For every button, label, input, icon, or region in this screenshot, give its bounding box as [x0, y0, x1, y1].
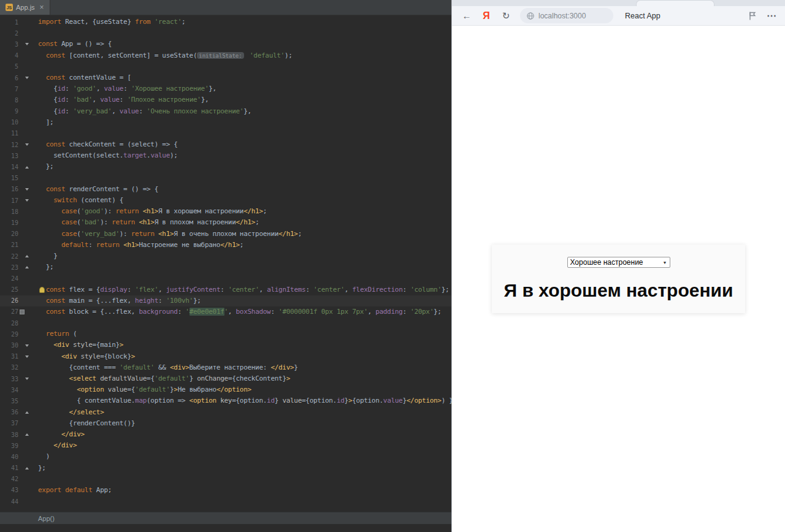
fold-marker-icon[interactable]: [18, 195, 36, 206]
code-area[interactable]: 1import React, {useState} from 'react';2…: [0, 15, 451, 512]
code-line[interactable]: 21 default: return <h1>Настроение не выб…: [0, 240, 451, 251]
breadcrumb[interactable]: App(): [0, 512, 451, 524]
code-line[interactable]: 12 const checkContent = (select) => {: [0, 139, 451, 150]
back-button[interactable]: ←: [461, 11, 473, 20]
gutter[interactable]: 24: [0, 273, 36, 284]
code-line[interactable]: 41};: [0, 463, 451, 474]
gutter[interactable]: 37: [0, 418, 36, 429]
line-number[interactable]: 42: [0, 476, 18, 482]
gutter[interactable]: 43: [0, 485, 36, 496]
gutter[interactable]: 34: [0, 384, 36, 395]
fold-marker-icon[interactable]: [18, 251, 36, 262]
gutter[interactable]: 7: [0, 83, 36, 94]
gutter[interactable]: 35: [0, 395, 36, 406]
line-number[interactable]: 8: [0, 97, 18, 104]
code-line[interactable]: 14 };: [0, 161, 451, 172]
code-text[interactable]: setContent(select.target.value);: [38, 150, 451, 161]
gutter[interactable]: 18: [0, 206, 36, 217]
code-text[interactable]: const App = () => {: [38, 39, 451, 50]
line-number[interactable]: 9: [0, 108, 18, 115]
code-text[interactable]: const flex = {display: 'flex', justifyCo…: [38, 284, 451, 295]
code-line[interactable]: 33 <select defaultValue={'default'} onCh…: [0, 373, 451, 384]
reload-button[interactable]: ↻: [500, 11, 512, 20]
code-text[interactable]: export default App;: [38, 485, 451, 496]
line-number[interactable]: 22: [0, 253, 18, 260]
code-line[interactable]: 28: [0, 317, 451, 329]
code-text[interactable]: {content === 'default' && <div>Выберите …: [38, 362, 451, 373]
code-text[interactable]: <select defaultValue={'default'} onChang…: [38, 373, 451, 384]
code-text[interactable]: {id: 'very_bad', value: 'Очень плохое на…: [38, 106, 451, 117]
code-text[interactable]: case('bad'): return <h1>Я в плохом настр…: [38, 217, 451, 228]
code-line[interactable]: 36 </select>: [0, 407, 451, 418]
code-text[interactable]: {renderContent()}: [38, 418, 451, 429]
line-number[interactable]: 7: [0, 86, 18, 93]
bookmark-flag-icon[interactable]: [748, 11, 757, 21]
gutter[interactable]: 25: [0, 284, 36, 295]
code-line[interactable]: 29 return (: [0, 329, 451, 340]
code-line[interactable]: 7 {id: 'good', value: 'Хорошее настроени…: [0, 83, 451, 94]
line-number[interactable]: 23: [0, 264, 18, 271]
code-line[interactable]: 19 case('bad'): return <h1>Я в плохом на…: [0, 217, 451, 228]
code-line[interactable]: 13 setContent(select.target.value);: [0, 150, 451, 161]
gutter[interactable]: 12: [0, 139, 36, 150]
code-line[interactable]: 26 const main = {...flex, height: '100vh…: [0, 295, 451, 306]
page-tab-title[interactable]: React App: [625, 12, 661, 20]
code-text[interactable]: { contentValue.map(option => <option key…: [38, 395, 451, 406]
code-text[interactable]: return (: [38, 329, 451, 340]
line-number[interactable]: 10: [0, 119, 18, 126]
code-text[interactable]: const contentValue = [: [38, 72, 451, 83]
fold-marker-icon[interactable]: [18, 262, 36, 273]
code-line[interactable]: 5: [0, 61, 451, 72]
gutter[interactable]: 36: [0, 407, 36, 418]
code-text[interactable]: <div style={main}>: [38, 340, 451, 351]
line-number[interactable]: 38: [0, 431, 18, 438]
code-text[interactable]: </div>: [38, 440, 451, 451]
code-line[interactable]: 18 case('good'): return <h1>Я в хорошем …: [0, 206, 451, 217]
code-line[interactable]: 44: [0, 496, 451, 507]
line-number[interactable]: 40: [0, 454, 18, 460]
code-line[interactable]: 1import React, {useState} from 'react';: [0, 17, 451, 28]
code-text[interactable]: ];: [38, 117, 451, 128]
line-number[interactable]: 11: [0, 130, 18, 137]
gutter[interactable]: 27: [0, 306, 36, 317]
gutter[interactable]: 8: [0, 94, 36, 105]
gutter[interactable]: 2: [0, 28, 36, 39]
code-line[interactable]: 30 <div style={main}>: [0, 340, 451, 351]
editor-tab-appjs[interactable]: JS App.js ×: [0, 0, 50, 15]
fold-marker-icon[interactable]: [18, 351, 36, 362]
line-number[interactable]: 2: [0, 30, 18, 37]
code-line[interactable]: 17 switch (content) {: [0, 195, 451, 206]
code-line[interactable]: 38 </div>: [0, 429, 451, 440]
code-text[interactable]: const [content, setContent] = useState(i…: [38, 50, 451, 61]
line-number[interactable]: 29: [0, 331, 18, 338]
code-line[interactable]: 24: [0, 273, 451, 284]
line-number[interactable]: 25: [0, 286, 18, 293]
code-line[interactable]: 2: [0, 28, 451, 39]
line-number[interactable]: 18: [0, 208, 18, 215]
code-line[interactable]: 16 const renderContent = () => {: [0, 184, 451, 195]
gutter[interactable]: 9: [0, 106, 36, 117]
intention-bulb-icon[interactable]: [39, 287, 45, 293]
code-text[interactable]: };: [38, 262, 451, 273]
line-number[interactable]: 37: [0, 420, 18, 427]
gutter[interactable]: 39: [0, 440, 36, 451]
line-number[interactable]: 21: [0, 241, 18, 248]
code-line[interactable]: 39 </div>: [0, 440, 451, 451]
fold-marker-icon[interactable]: [18, 429, 36, 440]
code-text[interactable]: case('very_bad'): return <h1>Я в очень п…: [38, 229, 451, 240]
gutter[interactable]: 19: [0, 217, 36, 228]
line-number[interactable]: 43: [0, 487, 18, 493]
code-text[interactable]: const renderContent = () => {: [38, 184, 451, 195]
line-number[interactable]: 17: [0, 197, 18, 204]
line-number[interactable]: 36: [0, 409, 18, 416]
code-line[interactable]: 10 ];: [0, 117, 451, 128]
fold-marker-icon[interactable]: [18, 139, 36, 150]
gutter[interactable]: 4: [0, 50, 36, 61]
gutter[interactable]: 15: [0, 173, 36, 184]
gutter[interactable]: 31: [0, 351, 36, 362]
line-number[interactable]: 32: [0, 364, 18, 371]
gutter[interactable]: 13: [0, 150, 36, 161]
fold-marker-icon[interactable]: [18, 373, 36, 384]
gutter[interactable]: 17: [0, 195, 36, 206]
fold-marker-icon[interactable]: [18, 184, 36, 195]
